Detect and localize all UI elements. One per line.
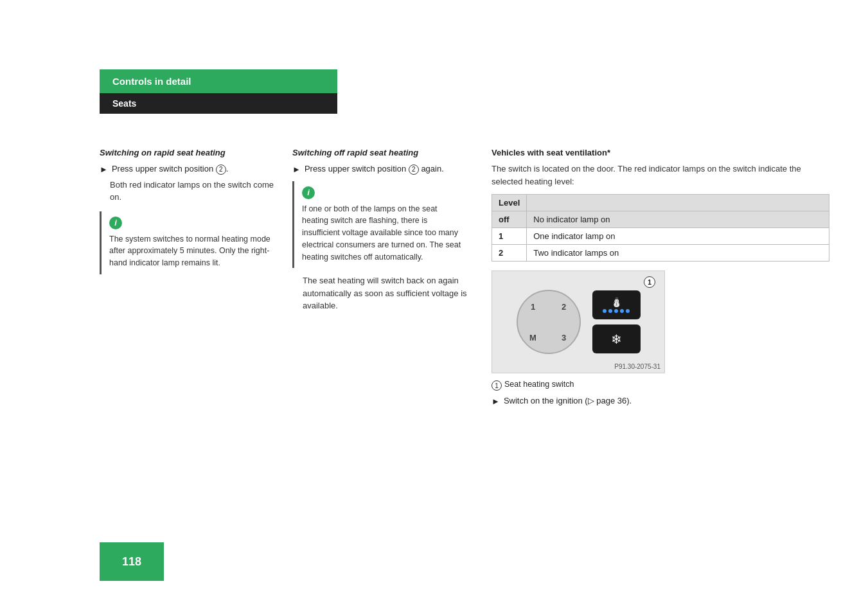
diagram-inner: 1 2 M 3 ⛄ (492, 271, 664, 373)
right-section-title: Vehicles with seat ventilation* (492, 148, 829, 157)
vent-icon-1: ⛄ (611, 297, 622, 307)
header-section: Controls in detail Seats (100, 69, 337, 114)
level-table: Level off No indicator lamp on 1 One ind… (492, 194, 829, 262)
right-bullet1-text: Switch on the ignition (▷ page 36). (504, 396, 632, 405)
caption-num: 1 (492, 380, 502, 391)
caption-text: Seat heating switch (504, 380, 574, 389)
left-column: Switching on rapid seat heating ► Press … (100, 148, 292, 410)
header-seats-label: Seats (112, 98, 136, 109)
switch-controls: ⛄ ❄ (592, 290, 641, 353)
table-cell-level-2: 2 (492, 245, 527, 262)
vent-dots-1 (603, 309, 630, 313)
info-icon-mid: i (302, 186, 315, 199)
mid-section-title: Switching off rapid seat heating (292, 148, 472, 157)
vent-switch-2: ❄ (592, 324, 641, 353)
left-info-box: i The system switches to normal heating … (100, 211, 279, 274)
left-info-text: The system switches to normal heating mo… (109, 233, 273, 269)
dot1 (603, 309, 607, 313)
left-bullet1-text: Press upper switch position 2. (112, 164, 229, 175)
mid-info-box: i If one or both of the lamps on the sea… (292, 181, 472, 269)
right-column: Vehicles with seat ventilation* The swit… (485, 148, 829, 410)
left-sub-text: Both red indicator lamps on the switch c… (110, 179, 279, 204)
mid-info-text2: The seat heating will switch back on aga… (303, 274, 472, 312)
diagram-num-label: 1 (644, 276, 655, 288)
table-header-level: Level (492, 195, 527, 211)
right-bullet1: ► Switch on the ignition (▷ page 36). (492, 396, 829, 406)
header-green-bar: Controls in detail (100, 69, 337, 93)
left-bullet1: ► Press upper switch position 2. (100, 164, 279, 175)
table-cell-desc-2: Two indicator lamps on (527, 245, 829, 262)
table-header-desc (527, 195, 829, 211)
header-black-bar: Seats (100, 93, 337, 114)
bullet-arrow-right: ► (492, 396, 500, 406)
bullet-arrow-icon: ► (100, 164, 108, 174)
mid-bullet1-text: Press upper switch position 2 again. (305, 164, 444, 175)
table-row-2: 2 Two indicator lamps on (492, 245, 829, 262)
dot5 (626, 309, 630, 313)
diagram-content: 1 2 M 3 ⛄ (510, 283, 647, 360)
circled-2-mid: 2 (409, 164, 419, 175)
vent-switch-1: ⛄ (592, 290, 641, 319)
mid-info-text: If one or both of the lamps on the seat … (302, 203, 466, 263)
table-row-off: off No indicator lamp on (492, 211, 829, 228)
content-area: Switching on rapid seat heating ► Press … (100, 148, 829, 410)
vent-icon-2: ❄ (611, 332, 622, 347)
dot4 (620, 309, 624, 313)
page-container: Controls in detail Seats Switching on ra… (0, 0, 868, 613)
table-cell-desc-off: No indicator lamp on (527, 211, 829, 228)
dot3 (614, 309, 618, 313)
table-cell-level-1: 1 (492, 228, 527, 245)
table-row-1: 1 One indicator lamp on (492, 228, 829, 245)
left-section-title: Switching on rapid seat heating (100, 148, 279, 157)
right-subtitle: The switch is located on the door. The r… (492, 163, 829, 188)
seat-dial: 1 2 M 3 (517, 290, 581, 354)
page-number-box: 118 (100, 542, 164, 581)
mid-column: Switching off rapid seat heating ► Press… (292, 148, 485, 410)
bullet-arrow-icon-mid: ► (292, 164, 301, 174)
circled-2-left: 2 (216, 164, 226, 175)
diagram-image: 1 2 M 3 ⛄ (492, 271, 665, 373)
mid-bullet1: ► Press upper switch position 2 again. (292, 164, 472, 175)
image-ref-label: P91.30-2075-31 (614, 363, 660, 370)
header-controls-label: Controls in detail (112, 76, 191, 87)
table-cell-level-off: off (492, 211, 527, 228)
image-caption: 1 Seat heating switch (492, 380, 829, 391)
table-cell-desc-1: One indicator lamp on (527, 228, 829, 245)
info-icon-left: i (109, 217, 122, 229)
page-number: 118 (122, 555, 141, 569)
dot2 (608, 309, 612, 313)
